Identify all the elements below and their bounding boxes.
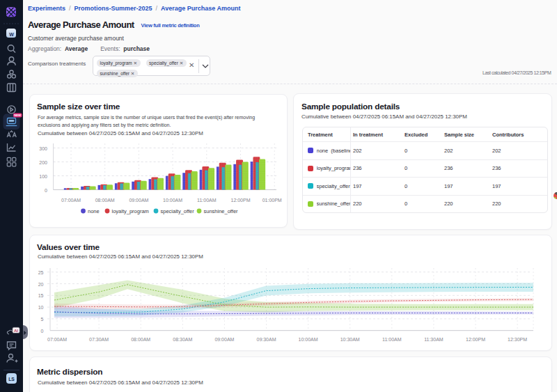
- svg-text:300: 300: [39, 146, 47, 151]
- svg-text:5: 5: [41, 317, 44, 322]
- svg-text:11:00AM: 11:00AM: [197, 198, 217, 203]
- svg-text:AI: AI: [14, 329, 18, 333]
- svg-text:09:30AM: 09:30AM: [256, 337, 276, 342]
- svg-text:loyalty_program: loyalty_program: [112, 208, 149, 214]
- svg-text:10:30AM: 10:30AM: [340, 337, 360, 342]
- svg-text:0: 0: [41, 329, 44, 334]
- svg-text:10:00AM: 10:00AM: [299, 337, 318, 342]
- svg-text:08:30AM: 08:30AM: [173, 337, 192, 342]
- svg-text:0: 0: [45, 188, 47, 193]
- svg-text:specialty_offer: specialty_offer: [161, 208, 195, 214]
- svg-text:LS: LS: [8, 377, 15, 382]
- svg-text:11:00AM: 11:00AM: [382, 337, 402, 342]
- svg-text:12:00PM: 12:00PM: [466, 337, 485, 342]
- svg-text:25: 25: [38, 270, 44, 275]
- svg-text:09:00AM: 09:00AM: [214, 337, 234, 342]
- svg-text:12:30PM: 12:30PM: [508, 337, 527, 342]
- svg-text:15: 15: [38, 293, 44, 298]
- svg-text:08:00AM: 08:00AM: [131, 337, 150, 342]
- svg-text:08:00AM: 08:00AM: [95, 198, 115, 203]
- svg-text:W: W: [9, 32, 14, 37]
- svg-text:100: 100: [39, 174, 47, 179]
- svg-text:09:00AM: 09:00AM: [129, 198, 148, 203]
- svg-text:10:00AM: 10:00AM: [163, 198, 182, 203]
- svg-text:sunshine_offer: sunshine_offer: [204, 208, 239, 214]
- svg-text:11:30AM: 11:30AM: [424, 337, 444, 342]
- svg-text:NEW: NEW: [14, 113, 21, 117]
- svg-text:200: 200: [39, 160, 47, 165]
- svg-text:20: 20: [38, 282, 44, 287]
- svg-text:12:00PM: 12:00PM: [230, 198, 250, 203]
- svg-text:10: 10: [38, 305, 44, 310]
- svg-text:01:00PM: 01:00PM: [262, 198, 282, 203]
- svg-text:07:00AM: 07:00AM: [61, 198, 81, 203]
- svg-text:none: none: [88, 208, 100, 214]
- svg-text:07:30AM: 07:30AM: [89, 337, 109, 342]
- svg-text:07:00AM: 07:00AM: [47, 337, 67, 342]
